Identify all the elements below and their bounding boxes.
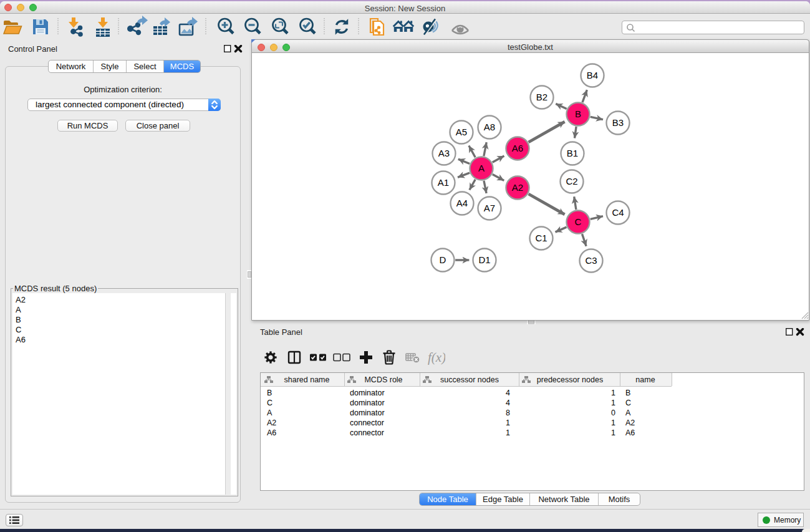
svg-text:connector: connector	[350, 418, 384, 427]
svg-text:A3: A3	[438, 148, 450, 158]
svg-text:dominator: dominator	[350, 389, 385, 397]
svg-text:MCDS role: MCDS role	[364, 375, 402, 384]
svg-text:predecessor nodes: predecessor nodes	[537, 375, 603, 384]
svg-text:C1: C1	[535, 233, 547, 243]
svg-text:A2: A2	[512, 182, 523, 193]
svg-text:B4: B4	[587, 70, 598, 80]
svg-text:A8: A8	[484, 122, 495, 132]
svg-text:1: 1	[611, 428, 615, 437]
svg-text:A5: A5	[456, 127, 467, 137]
svg-text:1: 1	[506, 428, 510, 437]
svg-text:A6: A6	[267, 428, 276, 437]
svg-text:A7: A7	[484, 203, 495, 213]
svg-text:A2: A2	[625, 418, 635, 427]
svg-text:1: 1	[506, 418, 510, 427]
svg-text:C3: C3	[585, 255, 597, 266]
svg-text:1: 1	[611, 399, 615, 407]
svg-text:C: C	[625, 399, 631, 407]
svg-text:A1: A1	[438, 177, 449, 188]
svg-text:A4: A4	[456, 198, 468, 208]
svg-text:f(x): f(x)	[428, 350, 445, 365]
svg-text:A2: A2	[267, 418, 276, 427]
svg-text:A6: A6	[512, 143, 523, 153]
svg-text:B3: B3	[612, 117, 624, 128]
svg-text:0: 0	[611, 409, 615, 417]
svg-text:4: 4	[506, 389, 510, 397]
svg-text:D1: D1	[478, 254, 490, 265]
svg-text:B: B	[625, 389, 630, 397]
svg-text:8: 8	[506, 409, 510, 417]
svg-text:1: 1	[611, 389, 615, 397]
svg-text:A: A	[478, 163, 485, 173]
svg-text:1: 1	[611, 418, 615, 427]
svg-text:B2: B2	[536, 92, 547, 102]
svg-text:B1: B1	[567, 148, 578, 158]
svg-text:dominator: dominator	[350, 409, 385, 417]
svg-text:A: A	[625, 409, 631, 417]
svg-text:C: C	[575, 216, 582, 227]
svg-text:4: 4	[506, 399, 510, 407]
svg-text:C2: C2	[566, 176, 577, 186]
svg-text:B: B	[267, 389, 272, 397]
svg-text:name: name	[635, 375, 655, 384]
svg-text:successor nodes: successor nodes	[440, 375, 499, 384]
svg-text:connector: connector	[350, 428, 384, 437]
svg-text:B: B	[575, 109, 581, 119]
svg-text:shared name: shared name	[284, 375, 330, 384]
svg-text:dominator: dominator	[350, 399, 385, 407]
svg-text:A: A	[267, 409, 272, 417]
svg-text:D: D	[440, 254, 446, 265]
svg-text:C: C	[267, 399, 272, 407]
svg-text:A6: A6	[625, 428, 635, 437]
svg-text:C4: C4	[612, 207, 624, 218]
